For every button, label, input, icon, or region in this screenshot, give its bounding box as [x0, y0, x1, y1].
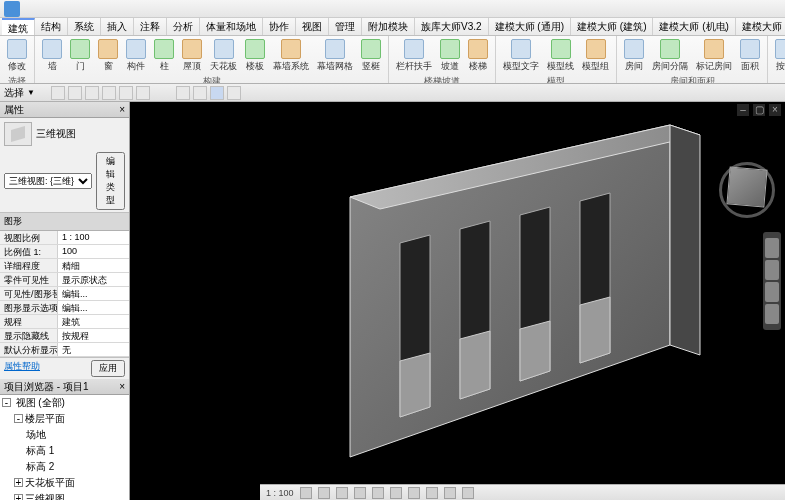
- view-cube[interactable]: [719, 162, 775, 218]
- minimize-icon[interactable]: –: [737, 104, 749, 116]
- ribbon-button[interactable]: 幕墙网格: [314, 38, 356, 74]
- tab-5[interactable]: 分析: [167, 18, 200, 35]
- ribbon-button[interactable]: 屋顶: [179, 38, 205, 74]
- tree-node[interactable]: 场地: [0, 427, 129, 443]
- tree-node[interactable]: 标高 2: [0, 459, 129, 475]
- tab-14[interactable]: 建模大师 (机电): [653, 18, 735, 35]
- tree-node[interactable]: 标高 1: [0, 443, 129, 459]
- property-row[interactable]: 图形显示选项编辑...: [0, 301, 129, 315]
- property-value[interactable]: 建筑: [58, 315, 129, 328]
- tb-btn[interactable]: [68, 86, 82, 100]
- property-value[interactable]: 编辑...: [58, 301, 129, 314]
- ribbon-button[interactable]: 标记房间: [693, 38, 735, 74]
- ribbon-button[interactable]: 墙: [39, 38, 65, 74]
- property-row[interactable]: 详细程度精细: [0, 259, 129, 273]
- property-value[interactable]: 编辑...: [58, 287, 129, 300]
- ribbon-button[interactable]: 门: [67, 38, 93, 74]
- tab-2[interactable]: 系统: [68, 18, 101, 35]
- tb-btn[interactable]: [51, 86, 65, 100]
- temp-hide-icon[interactable]: [444, 487, 456, 499]
- tree-root[interactable]: - 视图 (全部): [0, 395, 129, 411]
- properties-help-link[interactable]: 属性帮助: [4, 360, 91, 377]
- tab-15[interactable]: 建模大师 (施工): [736, 18, 785, 35]
- tb-btn[interactable]: [136, 86, 150, 100]
- sun-path-icon[interactable]: [336, 487, 348, 499]
- tab-7[interactable]: 协作: [263, 18, 296, 35]
- ribbon-button[interactable]: 房间分隔: [649, 38, 691, 74]
- ribbon-button[interactable]: 构件: [123, 38, 149, 74]
- orbit-icon[interactable]: [765, 304, 779, 324]
- type-preview-icon[interactable]: [4, 122, 32, 146]
- property-row[interactable]: 视图比例1 : 100: [0, 231, 129, 245]
- crop-region-icon[interactable]: [408, 487, 420, 499]
- property-value[interactable]: 按规程: [58, 329, 129, 342]
- ribbon-button[interactable]: 模型线: [544, 38, 577, 74]
- ribbon-button[interactable]: 坡道: [437, 38, 463, 74]
- ribbon-button[interactable]: 栏杆扶手: [393, 38, 435, 74]
- close-icon[interactable]: ×: [769, 104, 781, 116]
- shadows-icon[interactable]: [354, 487, 366, 499]
- expand-icon[interactable]: -: [14, 414, 23, 423]
- ribbon-button[interactable]: 模型组: [579, 38, 612, 74]
- ribbon-button[interactable]: 竖梃: [358, 38, 384, 74]
- close-icon[interactable]: ×: [119, 381, 125, 392]
- tree-node[interactable]: +天花板平面: [0, 475, 129, 491]
- property-value[interactable]: 无: [58, 343, 129, 356]
- rendering-icon[interactable]: [372, 487, 384, 499]
- property-row[interactable]: 规程建筑: [0, 315, 129, 329]
- tab-11[interactable]: 族库大师V3.2: [415, 18, 489, 35]
- ribbon-button[interactable]: 楼梯: [465, 38, 491, 74]
- ribbon-button[interactable]: 柱: [151, 38, 177, 74]
- apply-button[interactable]: 应用: [91, 360, 125, 377]
- scale-display[interactable]: 1 : 100: [266, 488, 294, 498]
- tab-9[interactable]: 管理: [329, 18, 362, 35]
- tree-node[interactable]: +三维视图: [0, 491, 129, 500]
- expand-icon[interactable]: +: [14, 478, 23, 487]
- tb-btn[interactable]: [227, 86, 241, 100]
- tb-btn[interactable]: [176, 86, 190, 100]
- tab-0[interactable]: 建筑: [2, 18, 35, 35]
- property-row[interactable]: 默认分析显示...无: [0, 343, 129, 357]
- property-row[interactable]: 比例值 1:100: [0, 245, 129, 259]
- tab-6[interactable]: 体量和场地: [200, 18, 263, 35]
- tab-12[interactable]: 建模大师 (通用): [489, 18, 571, 35]
- viewport-3d[interactable]: – ▢ ×: [130, 102, 785, 500]
- property-value[interactable]: 100: [58, 245, 129, 258]
- edit-type-button[interactable]: 编辑类型: [96, 152, 125, 210]
- tb-btn[interactable]: [102, 86, 116, 100]
- property-row[interactable]: 零件可见性显示原状态: [0, 273, 129, 287]
- ribbon-button[interactable]: 天花板: [207, 38, 240, 74]
- expand-icon[interactable]: -: [2, 398, 11, 407]
- ribbon-button[interactable]: 按面: [772, 38, 785, 74]
- visual-style-icon[interactable]: [318, 487, 330, 499]
- steering-wheel-icon[interactable]: [765, 238, 779, 258]
- tb-btn[interactable]: [119, 86, 133, 100]
- zoom-icon[interactable]: [765, 282, 779, 302]
- crop-view-icon[interactable]: [390, 487, 402, 499]
- tab-3[interactable]: 插入: [101, 18, 134, 35]
- ribbon-button[interactable]: 模型文字: [500, 38, 542, 74]
- tb-btn[interactable]: [210, 86, 224, 100]
- ribbon-button[interactable]: 房间: [621, 38, 647, 74]
- ribbon-button[interactable]: 窗: [95, 38, 121, 74]
- tab-8[interactable]: 视图: [296, 18, 329, 35]
- property-row[interactable]: 可见性/图形替换编辑...: [0, 287, 129, 301]
- property-row[interactable]: 显示隐藏线按规程: [0, 329, 129, 343]
- tab-1[interactable]: 结构: [35, 18, 68, 35]
- reveal-hidden-icon[interactable]: [462, 487, 474, 499]
- property-value[interactable]: 显示原状态: [58, 273, 129, 286]
- tree-node[interactable]: -楼层平面: [0, 411, 129, 427]
- property-value[interactable]: 1 : 100: [58, 231, 129, 244]
- tab-13[interactable]: 建模大师 (建筑): [571, 18, 653, 35]
- detail-level-icon[interactable]: [300, 487, 312, 499]
- property-value[interactable]: 精细: [58, 259, 129, 272]
- pan-icon[interactable]: [765, 260, 779, 280]
- maximize-icon[interactable]: ▢: [753, 104, 765, 116]
- tab-10[interactable]: 附加模块: [362, 18, 415, 35]
- tb-btn[interactable]: [85, 86, 99, 100]
- type-selector[interactable]: 三维视图: {三维}: [4, 173, 92, 189]
- app-icon[interactable]: [4, 1, 20, 17]
- close-icon[interactable]: ×: [119, 104, 125, 115]
- tab-4[interactable]: 注释: [134, 18, 167, 35]
- ribbon-button[interactable]: 楼板: [242, 38, 268, 74]
